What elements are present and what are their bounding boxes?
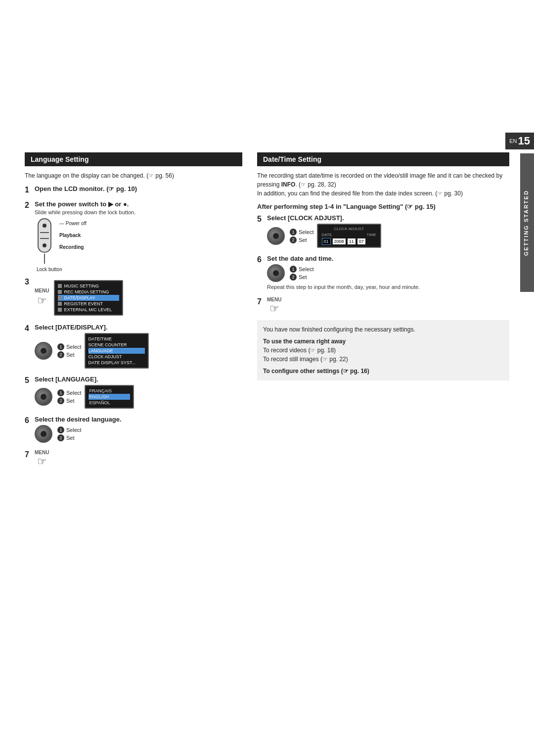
step-3: 3 MENU ☞ MUSIC SETTING: [25, 277, 242, 319]
step-7-lang: 7 MENU ☞: [25, 450, 242, 468]
step-5c-set-label: Set: [299, 237, 307, 243]
step-5-clock-select-set: 1 Select 2 Set: [290, 229, 314, 243]
info-camera-line-2: To record still images (☞ pg. 22): [263, 355, 503, 364]
step-3-num: 3: [25, 277, 33, 287]
step-5-clock: 5 Select [CLOCK ADJUST]. 1 Select: [257, 214, 509, 250]
clock-cell-month: 01: [322, 238, 331, 245]
step-7-clock-num: 7: [257, 297, 265, 307]
info-box: You have now finished configuring the ne…: [257, 320, 509, 380]
circle-2: 2: [57, 351, 64, 358]
step-1-title: Open the LCD monitor. (☞ pg. 10): [35, 185, 137, 192]
menu-text-mic: EXTERNAL MIC LEVEL: [64, 307, 112, 312]
circle-6c-2: 2: [290, 274, 297, 281]
step-7-lang-num: 7: [25, 450, 33, 460]
menu-row-music: MUSIC SETTING: [58, 283, 119, 289]
step-6-clock-select-set: 1 Select 2 Set: [290, 266, 314, 281]
clock-cell-min: 07: [357, 238, 365, 244]
circle-5-1: 1: [57, 389, 64, 396]
clock-screen-title: CLOCK ADJUST: [322, 227, 376, 231]
step-5c-select-item-2: 2 Set: [290, 236, 314, 243]
step-4-menu-screen: DATE/TIME SCENE COUNTER LANGUAGE CLOCK A…: [85, 333, 149, 369]
power-off-text: Power off: [66, 221, 87, 226]
switch-stem: [44, 254, 45, 264]
circle-5c-1: 1: [290, 229, 297, 236]
step-1: 1 Open the LCD monitor. (☞ pg. 10): [25, 185, 242, 195]
step-5-clock-content: Select [CLOCK ADJUST]. 1 Select 2: [267, 214, 509, 250]
step-6-select-item-2: 2 Set: [57, 434, 82, 441]
switch-body: [38, 218, 51, 253]
two-column-layout: Language Setting The language on the dis…: [25, 152, 509, 473]
circle-6c-1: 1: [290, 266, 297, 273]
power-switch-diagram: — Power off Playback Recording: [35, 218, 242, 264]
step-2-content: Set the power switch to ▶ or ●. Slide wh…: [35, 200, 242, 272]
info-camera-title: To use the camera right away: [263, 337, 503, 346]
step-7-lang-row: MENU ☞: [35, 450, 242, 468]
step-6c-select-label: Select: [299, 266, 314, 272]
info-configure-text: To configure other settings (☞ pg. 16): [263, 367, 503, 376]
select-set-item-1: 1 Select: [57, 343, 82, 350]
step-5-select-item-2: 2 Set: [57, 397, 82, 404]
step-5-clock-title: Select [CLOCK ADJUST].: [267, 214, 509, 222]
step-6-clock-joystick: [267, 264, 285, 282]
step-7-clock-content: MENU ☞: [267, 297, 509, 315]
joystick-inner: [41, 348, 46, 354]
info-camera-line-1: To record videos (☞ pg. 18): [263, 346, 503, 355]
step-6-lang-title: Select the desired language.: [35, 416, 242, 423]
clock-date-label: DATE: [322, 233, 332, 237]
step-5-lang-diagram: 1 Select 2 Set FRANÇAIS ENGLISH ESPAÑOL: [35, 385, 242, 409]
page-number: 15: [518, 135, 530, 147]
info-configure-bold: To configure other settings (☞ pg. 16): [263, 368, 369, 375]
step-1-content: Open the LCD monitor. (☞ pg. 10): [35, 185, 242, 192]
menu-text-recmedia: REC MEDIA SETTING: [64, 289, 109, 294]
step-3-menu-screen: MUSIC SETTING REC MEDIA SETTING DATE/DIS…: [54, 280, 123, 316]
menu-icon-recmedia: [58, 290, 62, 294]
step-5-select-label: Select: [66, 390, 82, 396]
switch-dot-bottom: [43, 243, 46, 247]
step-6-clock-num: 6: [257, 255, 265, 265]
step-6c-select-item-1: 1 Select: [290, 266, 314, 273]
circle-6-1: 1: [57, 426, 64, 433]
step-6-clock-title: Set the date and time.: [267, 255, 509, 262]
menu-row-mic: EXTERNAL MIC LEVEL: [58, 307, 119, 313]
step-5-clock-num: 5: [257, 214, 265, 225]
date-menu-row-counter: SCENE COUNTER: [89, 342, 145, 348]
after-performing-text: After performing step 1-4 in "Language S…: [257, 203, 509, 210]
clock-screen-labels: DATE TIME: [322, 233, 376, 237]
date-time-setting-section: Date/Time Setting The recording start da…: [257, 152, 509, 473]
step-5-lang-num: 5: [25, 376, 33, 386]
step-5-joystick: [35, 388, 52, 406]
step-2-sub: Slide while pressing down the lock butto…: [35, 209, 242, 215]
step-5-lang-screen: FRANÇAIS ENGLISH ESPAÑOL: [85, 385, 134, 409]
step-5-select-item-1: 1 Select: [57, 389, 82, 396]
step-7c-menu-container: MENU ☞: [267, 297, 281, 315]
step-6-select-label: Select: [66, 427, 82, 433]
main-content: Language Setting The language on the dis…: [0, 133, 534, 493]
power-labels: — Power off Playback Recording: [59, 218, 87, 253]
step-6-select-set: 1 Select 2 Set: [57, 426, 82, 441]
step-5-lang: 5 Select [LANGUAGE]. 1 Select: [25, 376, 242, 411]
step-7-lang-content: MENU ☞: [35, 450, 242, 468]
step-1-num: 1: [25, 185, 33, 195]
joystick-inner-6c: [273, 270, 279, 276]
step-5-lang-title: Select [LANGUAGE].: [35, 376, 242, 383]
side-label: GETTING STARTED: [520, 153, 534, 292]
step-7c-menu-label: MENU: [267, 297, 281, 302]
page-badge: EN 15: [505, 133, 534, 149]
circle-5c-2: 2: [290, 236, 297, 243]
clock-cell-hour: 11: [348, 238, 356, 244]
step-5c-select-label: Select: [299, 229, 314, 235]
step-6-lang-num: 6: [25, 416, 33, 426]
circle-5-2: 2: [57, 397, 64, 404]
info-finished-text: You have now finished configuring the ne…: [263, 325, 503, 334]
step-6-clock: 6 Set the date and time. 1 Select: [257, 255, 509, 292]
step-6-clock-diagram: 1 Select 2 Set: [267, 264, 509, 282]
menu-row-register: REGISTER EVENT: [58, 301, 119, 307]
step-5-set-label: Set: [66, 398, 75, 404]
en-label: EN: [509, 138, 517, 144]
step-6-select-item-1: 1 Select: [57, 426, 82, 433]
lang-espanol: ESPAÑOL: [89, 400, 130, 406]
joystick-inner-5c: [273, 233, 279, 239]
step-4: 4 Select [DATE/DISPLAY]. 1 Select: [25, 324, 242, 371]
step-4-diagram: 1 Select 2 Set DATE/TIME SCENE COUNTER: [35, 333, 242, 369]
menu-icon-register: [58, 302, 62, 306]
